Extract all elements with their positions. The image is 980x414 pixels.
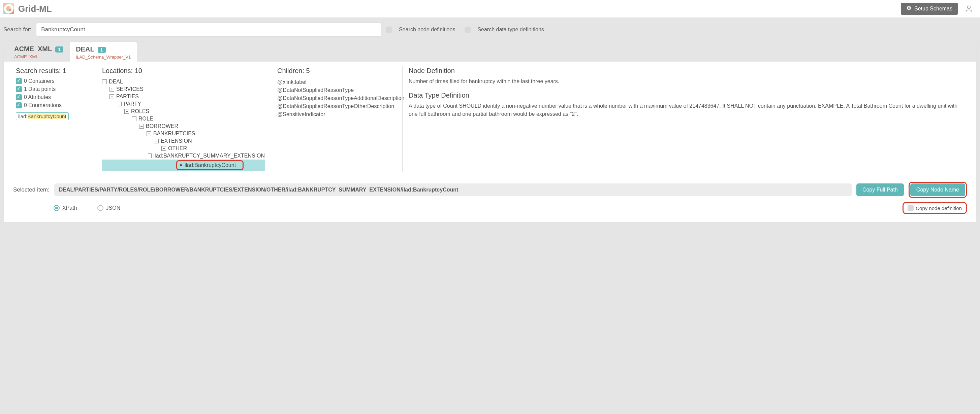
node-definition-heading: Node Definition — [409, 67, 964, 75]
collapse-icon[interactable]: − — [102, 79, 107, 84]
tree-node-label: PARTY — [124, 101, 141, 107]
tree-node-label: EXTENSION — [161, 138, 192, 144]
schema-tabs: ACME_XML 1 ACME_XML DEAL 1 iLAD_Schema_W… — [3, 42, 977, 62]
selected-item-section: Selected item: DEAL/PARTIES/PARTY/ROLES/… — [7, 178, 973, 219]
filter-containers-label: 0 Containers — [24, 78, 54, 84]
tree-node[interactable]: −ilad:BANKRUPTCY_SUMMARY_EXTENSION — [102, 152, 265, 160]
search-input[interactable] — [36, 22, 381, 37]
collapse-icon[interactable]: − — [161, 146, 166, 151]
search-type-defs-label: Search data type definitions — [477, 27, 544, 33]
collapse-icon[interactable]: − — [148, 154, 151, 158]
child-attribute[interactable]: @DataNotSuppliedReasonTypeOtherDescripti… — [277, 102, 396, 110]
filter-datapoints-label: 1 Data points — [24, 86, 56, 92]
tab-acme-xml[interactable]: ACME_XML 1 ACME_XML — [8, 42, 69, 62]
tree-node-label: ilad:BANKRUPTCY_SUMMARY_EXTENSION — [154, 153, 265, 159]
collapse-icon[interactable]: − — [117, 102, 122, 106]
tree-node-label: BANKRUPTCIES — [153, 131, 195, 136]
children-list: @xlink:label@DataNotSuppliedReasonType@D… — [277, 78, 396, 119]
collapse-icon[interactable]: − — [124, 109, 129, 114]
children-column: Children: 5 @xlink:label@DataNotSupplied… — [271, 66, 402, 172]
svg-point-5 — [967, 6, 970, 9]
children-title: Children: 5 — [277, 67, 396, 75]
format-json-label: JSON — [106, 205, 121, 211]
highlight-ring: Copy Node Name — [908, 182, 967, 198]
tree-node-label: ilad:BankruptcyCount — [185, 162, 236, 168]
main-panel: ACME_XML 1 ACME_XML DEAL 1 iLAD_Schema_W… — [3, 41, 977, 222]
child-attribute[interactable]: @DataNotSuppliedReasonTypeAdditionalDesc… — [277, 94, 396, 102]
selected-item-label: Selected item: — [13, 186, 49, 193]
tab-deal[interactable]: DEAL 1 iLAD_Schema_Wrapper_V1 — [69, 42, 137, 62]
tree-node[interactable]: −PARTIES — [102, 93, 265, 100]
format-xpath-label: XPath — [62, 205, 77, 211]
collapse-icon[interactable]: − — [146, 131, 151, 136]
tab-badge: 1 — [55, 46, 63, 52]
tree-node[interactable]: −ROLES — [102, 108, 265, 115]
tree-node[interactable]: −ROLE — [102, 115, 265, 122]
search-result-item[interactable]: ilad:BankruptcyCount — [16, 113, 69, 120]
tree-node-label: OTHER — [168, 145, 187, 151]
search-type-defs-checkbox[interactable] — [465, 27, 471, 33]
copy-full-path-button[interactable]: Copy Full Path — [856, 184, 904, 196]
definitions-column: Node Definition Number of times filed fo… — [402, 66, 970, 172]
tree-leaf[interactable]: ilad:BankruptcyCount — [102, 160, 265, 171]
locations-tree: −DEAL+SERVICES−PARTIES−PARTY−ROLES−ROLE−… — [102, 78, 265, 171]
tree-node[interactable]: −BORROWER — [102, 122, 265, 130]
format-json-radio[interactable] — [97, 205, 103, 211]
data-type-definition-text: A data type of Count SHOULD identify a n… — [409, 102, 964, 118]
format-xpath-radio[interactable] — [54, 205, 60, 211]
locations-column: Locations: 10 −DEAL+SERVICES−PARTIES−PAR… — [95, 66, 271, 172]
filter-attributes-label: 0 Attributes — [24, 94, 51, 100]
copy-node-name-button[interactable]: Copy Node Name — [910, 184, 965, 196]
filter-containers-checkbox[interactable] — [16, 78, 22, 84]
tree-node[interactable]: −EXTENSION — [102, 137, 265, 145]
tree-node-label: ROLE — [138, 116, 153, 122]
tree-node[interactable]: −OTHER — [102, 145, 265, 152]
collapse-icon[interactable]: − — [110, 94, 114, 99]
gear-icon — [906, 5, 912, 12]
tree-node-label: BORROWER — [146, 123, 178, 129]
search-bar: Search for: Search node definitions Sear… — [0, 18, 980, 41]
logo-icon — [3, 3, 14, 14]
app-header: Grid-ML Setup Schemas — [0, 0, 980, 18]
filter-enumerations-checkbox[interactable] — [16, 102, 22, 108]
child-attribute[interactable]: @DataNotSuppliedReasonType — [277, 86, 396, 94]
collapse-icon[interactable]: − — [154, 139, 159, 143]
setup-schemas-label: Setup Schemas — [914, 6, 952, 12]
user-icon[interactable] — [964, 5, 973, 13]
tab-name: DEAL — [76, 46, 94, 53]
data-type-definition-heading: Data Type Definition — [409, 92, 964, 99]
tab-name: ACME_XML — [14, 45, 52, 53]
result-prefix: ilad: — [18, 113, 28, 119]
tree-node[interactable]: −BANKRUPTCIES — [102, 130, 265, 137]
search-results-title: Search results: 1 — [16, 67, 90, 75]
brand-title: Grid-ML — [18, 4, 901, 14]
tree-node-label: SERVICES — [116, 86, 143, 92]
child-attribute[interactable]: @xlink:label — [277, 78, 396, 86]
tab-badge: 1 — [98, 47, 106, 53]
filter-enumerations-label: 0 Enumerations — [24, 102, 62, 108]
collapse-icon[interactable]: − — [139, 124, 144, 128]
filter-datapoints-checkbox[interactable] — [16, 86, 22, 92]
collapse-icon[interactable]: − — [132, 116, 137, 121]
child-attribute[interactable]: @SensitiveIndicator — [277, 110, 396, 119]
expand-icon[interactable]: + — [110, 87, 114, 92]
filter-attributes-checkbox[interactable] — [16, 94, 22, 100]
search-node-defs-checkbox[interactable] — [386, 27, 392, 33]
tree-node-label: DEAL — [109, 79, 123, 85]
tree-node[interactable]: −DEAL — [102, 78, 265, 86]
locations-title: Locations: 10 — [102, 67, 265, 75]
tab-subtext: ACME_XML — [14, 54, 63, 59]
setup-schemas-button[interactable]: Setup Schemas — [901, 3, 958, 15]
tab-subtext: iLAD_Schema_Wrapper_V1 — [76, 54, 131, 60]
search-results-column: Search results: 1 0 Containers 1 Data po… — [10, 66, 95, 172]
highlight-ring: Copy node definition — [902, 202, 967, 214]
copy-node-definition-checkbox[interactable] — [908, 205, 914, 211]
search-label: Search for: — [3, 26, 31, 33]
tree-node[interactable]: −PARTY — [102, 100, 265, 108]
tree-node[interactable]: +SERVICES — [102, 86, 265, 93]
result-highlight: BankruptcyCount — [28, 113, 66, 119]
search-node-defs-label: Search node definitions — [399, 27, 455, 33]
selected-item-path: DEAL/PARTIES/PARTY/ROLES/ROLE/BORROWER/B… — [54, 184, 852, 196]
bullet-icon — [180, 164, 182, 166]
copy-node-definition-label: Copy node definition — [916, 205, 962, 211]
